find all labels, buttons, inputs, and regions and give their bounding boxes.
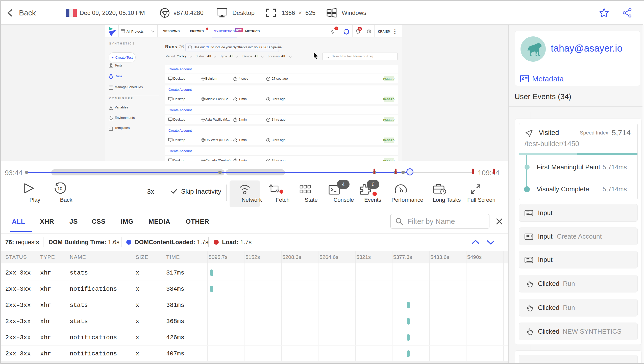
svg-text:10: 10 xyxy=(58,186,62,191)
